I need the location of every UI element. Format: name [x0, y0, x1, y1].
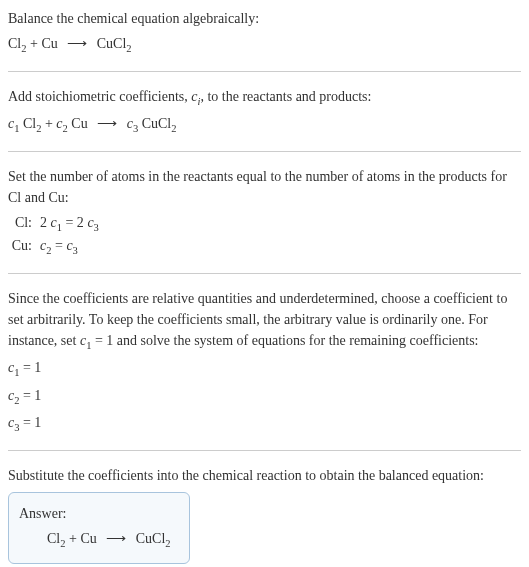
step2-section: Set the number of atoms in the reactants… — [8, 166, 521, 259]
atom-row-cu: Cu: c2 = c3 — [8, 235, 521, 259]
step3-text: Since the coefficients are relative quan… — [8, 288, 521, 354]
cl-lhs-coef: 2 — [40, 215, 51, 230]
step2-text: Set the number of atoms in the reactants… — [8, 166, 521, 208]
ans-plus: + Cu — [65, 531, 100, 546]
cu-rhs-sub: 3 — [73, 245, 78, 256]
arrow-icon: ⟶ — [97, 116, 117, 131]
ans-sub2: 2 — [165, 538, 170, 549]
intro-sub2: 2 — [126, 43, 131, 54]
cu-eq: = — [51, 238, 66, 253]
divider — [8, 273, 521, 274]
intro-section: Balance the chemical equation algebraica… — [8, 8, 521, 57]
step4-text: Substitute the coefficients into the che… — [8, 465, 521, 486]
intro-plus: + Cu — [26, 36, 61, 51]
step1-after: , to the reactants and products: — [200, 89, 371, 104]
answer-label: Answer: — [19, 503, 171, 524]
solution-c2: c2 = 1 — [8, 385, 521, 409]
step1-text: Add stoichiometric coefficients, ci, to … — [8, 86, 521, 110]
arrow-icon: ⟶ — [106, 531, 126, 546]
ans-product: CuCl — [132, 531, 165, 546]
step4-section: Substitute the coefficients into the che… — [8, 465, 521, 565]
sol1-val: = 1 — [19, 360, 41, 375]
divider — [8, 151, 521, 152]
divider — [8, 450, 521, 451]
step1-before: Add stoichiometric coefficients, — [8, 89, 191, 104]
cl-eq: = 2 — [62, 215, 87, 230]
atom-label-cu: Cu: — [8, 235, 40, 256]
solution-c1: c1 = 1 — [8, 357, 521, 381]
s1-sp1: Cl — [19, 116, 36, 131]
solution-c3: c3 = 1 — [8, 412, 521, 436]
divider — [8, 71, 521, 72]
arrow-icon: ⟶ — [67, 36, 87, 51]
s1-sp2: Cu — [68, 116, 91, 131]
atom-label-cl: Cl: — [8, 212, 40, 233]
ans-cl: Cl — [47, 531, 60, 546]
sol3-val: = 1 — [19, 415, 41, 430]
intro-product: CuCl — [93, 36, 126, 51]
step1-section: Add stoichiometric coefficients, ci, to … — [8, 86, 521, 137]
atom-eq-cl: 2 c1 = 2 c3 — [40, 212, 99, 236]
sol2-val: = 1 — [19, 388, 41, 403]
step3-mid: = 1 and solve the system of equations fo… — [91, 333, 478, 348]
answer-equation: Cl2 + Cu ⟶ CuCl2 — [19, 528, 171, 552]
atom-table: Cl: 2 c1 = 2 c3 Cu: c2 = c3 — [8, 212, 521, 259]
atom-row-cl: Cl: 2 c1 = 2 c3 — [8, 212, 521, 236]
cl-rhs-sub: 3 — [94, 221, 99, 232]
step1-equation: c1 Cl2 + c2 Cu ⟶ c3 CuCl2 — [8, 113, 521, 137]
intro-text: Balance the chemical equation algebraica… — [8, 8, 521, 29]
s1-sp4: CuCl — [138, 116, 171, 131]
answer-box: Answer: Cl2 + Cu ⟶ CuCl2 — [8, 492, 190, 565]
step3-section: Since the coefficients are relative quan… — [8, 288, 521, 436]
s1-cuclsub: 2 — [171, 123, 176, 134]
atom-eq-cu: c2 = c3 — [40, 235, 78, 259]
intro-cl: Cl — [8, 36, 21, 51]
s1-plus: + — [41, 116, 56, 131]
intro-equation: Cl2 + Cu ⟶ CuCl2 — [8, 33, 521, 57]
